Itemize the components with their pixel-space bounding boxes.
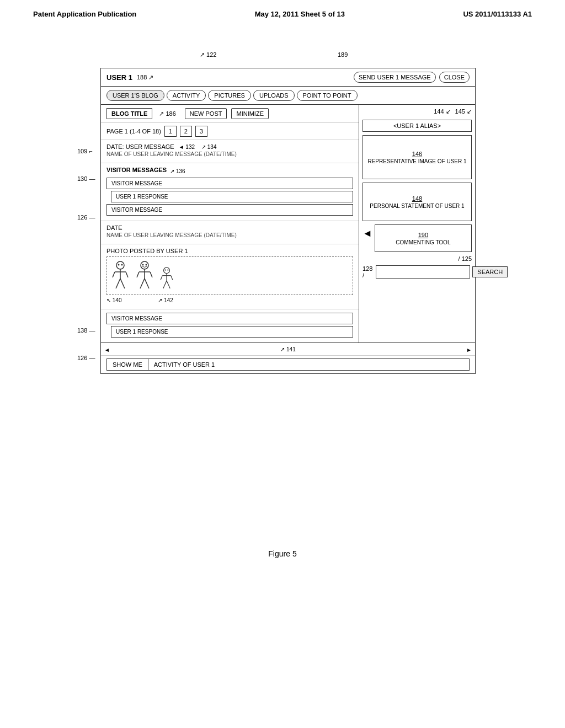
commenting-arrow: ◄	[363, 228, 372, 239]
search-input[interactable]	[376, 265, 470, 279]
ref-136-inline: ↗ 136	[170, 168, 185, 174]
statement-ref-num: 148	[370, 195, 464, 202]
send-message-button[interactable]: SEND USER 1 MESSAGE	[354, 72, 436, 83]
photo-section: PHOTO POSTED BY USER 1	[101, 244, 359, 309]
svg-point-9	[141, 261, 148, 269]
svg-line-5	[116, 279, 120, 288]
svg-point-2	[121, 264, 123, 265]
show-me-row: SHOW ME ACTIVITY OF USER 1	[101, 356, 475, 373]
page-1[interactable]: 1	[164, 126, 177, 137]
ref-140-142: ↖ 140 ↗ 142	[106, 297, 353, 303]
tab-activity[interactable]: ACTIVITY	[167, 90, 206, 101]
patent-number: US 2011/0113133 A1	[463, 10, 532, 18]
scroll-right-arrow[interactable]	[466, 344, 472, 354]
tab-uploads[interactable]: UPLOADS	[253, 90, 295, 101]
content-area: BLOG TITLE ↗ 186 NEW POST MINIMIZE PAGE …	[101, 105, 475, 342]
post-date-message: DATE: USER MESSAGE	[106, 143, 174, 150]
right-panel: 144 ↙ 145 ↙ <USER 1 ALIAS> 146 REPRESENT…	[359, 105, 475, 342]
svg-line-24	[167, 281, 170, 288]
ref-128-label: 128 /	[363, 265, 372, 279]
ref-125-label: / 125	[363, 255, 472, 262]
page-2[interactable]: 2	[180, 126, 192, 137]
date-row: DATE	[106, 224, 353, 231]
post-date-row: DATE: USER MESSAGE ◄ 132 ↗ 134	[106, 143, 353, 150]
close-button[interactable]: CLOSE	[439, 72, 470, 83]
bottom-bar: ↗ 141 SHOW ME ACTIVITY OF USER 1	[101, 342, 475, 373]
post-name: NAME OF USER LEAVING MESSAGE (DATE/TIME)	[106, 151, 353, 157]
svg-point-10	[142, 264, 144, 265]
svg-line-17	[150, 272, 152, 277]
date-section: DATE NAME OF USER LEAVING MESSAGE (DATE/…	[101, 221, 359, 244]
scroll-inner: ↗ 141	[110, 346, 466, 352]
svg-line-26	[171, 275, 173, 280]
ref-138: 138 —	[77, 327, 95, 334]
ui-header: USER 1 188 ↗ SEND USER 1 MESSAGE CLOSE	[101, 68, 475, 87]
pagination-row: PAGE 1 (1-4 OF 18) 1 2 3	[101, 123, 359, 140]
activity-field: ACTIVITY OF USER 1	[148, 358, 470, 371]
visitor-message-2: VISITOR MESSAGE	[106, 204, 353, 216]
svg-point-11	[146, 264, 147, 265]
svg-line-25	[161, 275, 162, 280]
ref-145-label: 145 ↙	[455, 108, 472, 115]
robot-1	[110, 261, 130, 291]
blog-header: BLOG TITLE ↗ 186 NEW POST MINIMIZE	[101, 105, 359, 123]
ref-188-label: 188 ↗	[137, 74, 153, 81]
figure-caption: Figure 5	[268, 549, 296, 558]
ref-141-label: ↗ 141	[280, 346, 295, 352]
ref-144-145: 144 ↙ 145 ↙	[363, 108, 472, 115]
ref-144-label: 144 ↙	[434, 108, 450, 115]
svg-point-20	[167, 269, 168, 270]
ref-126a: 126 —	[77, 214, 95, 221]
scroll-left-arrow[interactable]	[104, 344, 110, 354]
visitor-message-1: VISITOR MESSAGE	[106, 178, 353, 189]
show-me-button[interactable]: SHOW ME	[106, 358, 148, 371]
search-button[interactable]: SEARCH	[472, 266, 508, 277]
svg-line-16	[137, 272, 139, 277]
new-post-button[interactable]: NEW POST	[185, 108, 227, 119]
commenting-tool-box: 190 COMMENTING TOOL	[375, 224, 472, 252]
ref-122: ↗ 122	[200, 51, 216, 58]
left-panel: BLOG TITLE ↗ 186 NEW POST MINIMIZE PAGE …	[101, 105, 359, 342]
bottom-messages: VISITOR MESSAGE USER 1 RESPONSE	[101, 309, 359, 342]
svg-line-14	[140, 279, 145, 288]
image-ref-num: 146	[367, 151, 466, 157]
blog-title: BLOG TITLE	[106, 108, 152, 119]
svg-point-1	[118, 264, 120, 265]
scrollbar-horizontal[interactable]: ↗ 141	[101, 343, 475, 356]
commenting-ref-num: 190	[396, 232, 450, 238]
user-title: USER 1	[106, 73, 132, 82]
ref-132-inline: ◄ 132	[179, 144, 195, 150]
pagination-label: PAGE 1 (1-4 OF 18)	[106, 128, 161, 135]
svg-line-6	[120, 279, 125, 288]
name-datetime-2: NAME OF USER LEAVING MESSAGE (DATE/TIME)	[106, 232, 353, 238]
commenting-text: COMMENTING TOOL	[396, 239, 450, 245]
ref-186-inline: ↗ 186	[159, 110, 175, 117]
date-sheet: May 12, 2011 Sheet 5 of 13	[255, 10, 345, 18]
ref-126b: 126 —	[77, 355, 95, 361]
search-row: 128 / SEARCH	[363, 265, 472, 279]
date-label: DATE	[106, 224, 122, 231]
svg-line-8	[126, 272, 128, 277]
tab-p2p[interactable]: POINT TO POINT	[297, 90, 358, 101]
ref-140-inline: ↖ 140	[106, 297, 121, 303]
header-buttons: SEND USER 1 MESSAGE CLOSE	[354, 72, 470, 83]
svg-line-7	[113, 272, 115, 277]
main-ui-box: USER 1 188 ↗ SEND USER 1 MESSAGE CLOSE U…	[100, 68, 476, 374]
ref-130: 130 —	[77, 175, 95, 182]
visitor-messages-section-1: VISITOR MESSAGES ↗ 136 VISITOR MESSAGE U…	[101, 163, 359, 221]
minimize-button[interactable]: MINIMIZE	[231, 108, 269, 119]
visitor-message-3: VISITOR MESSAGE	[106, 313, 353, 324]
alias-box: <USER 1 ALIAS>	[363, 120, 472, 132]
page-3[interactable]: 3	[195, 126, 207, 137]
robot-3	[159, 266, 174, 291]
svg-point-18	[164, 267, 170, 273]
representative-image-box: 146 REPRESENTATIVE IMAGE OF USER 1	[363, 135, 472, 179]
tab-pictures[interactable]: PICTURES	[208, 90, 251, 101]
tabs-row: USER 1'S BLOG ACTIVITY PICTURES UPLOADS …	[101, 87, 475, 105]
svg-point-19	[165, 269, 166, 270]
visitor-messages-label: VISITOR MESSAGES	[106, 167, 167, 173]
tab-blog[interactable]: USER 1'S BLOG	[106, 90, 164, 101]
blog-post: DATE: USER MESSAGE ◄ 132 ↗ 134 NAME OF U…	[101, 140, 359, 163]
robot-2	[135, 261, 154, 291]
pub-label: Patent Application Publication	[33, 10, 136, 18]
